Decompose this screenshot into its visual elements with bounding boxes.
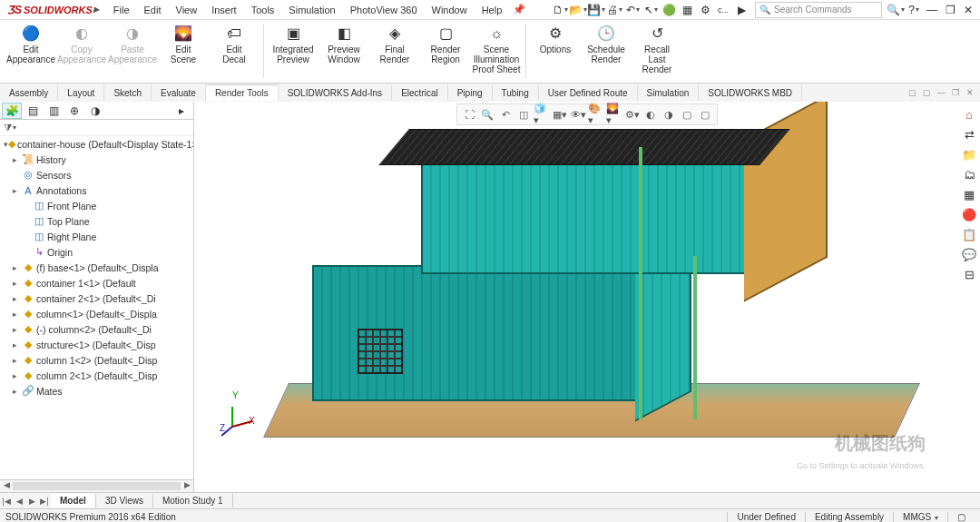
doc-min-icon[interactable]: — [935,86,947,99]
edit-decal-button[interactable]: 🏷EditDecal [209,22,260,80]
menu-help[interactable]: Help [475,2,510,18]
tree-item[interactable]: ▸◆column 2<1> (Default<_Disp [0,368,193,383]
doc-close-icon[interactable]: ✕ [964,86,976,99]
print-icon[interactable]: 🖨▾ [606,2,622,18]
tab-simulation[interactable]: Simulation [638,85,700,101]
view-palette-icon[interactable]: ▦ [960,185,978,203]
toggle-icon[interactable]: ▸ [13,387,22,396]
scroll-thumb[interactable] [13,482,181,490]
scroll-left-icon[interactable]: ◀ [0,480,13,492]
filter-row[interactable]: ⧩▾ [0,120,193,136]
save-icon[interactable]: 💾▾ [588,2,604,18]
menu-edit[interactable]: Edit [137,2,169,18]
status-units[interactable]: MMGS ▾ [893,512,947,522]
toggle-icon[interactable]: ▸ [13,340,22,350]
doc-icon[interactable]: ▢ [906,86,918,99]
tree-item[interactable]: ↳Origin [0,244,193,260]
tree-item[interactable]: ▸◆(f) base<1> (Default<_Displa [0,260,193,275]
tab-render-tools[interactable]: Render Tools [206,84,279,101]
toggle-icon[interactable]: ▸ [13,186,22,195]
toggle-icon[interactable]: ▸ [13,310,22,319]
custom-props-icon[interactable]: 📋 [960,225,978,243]
new-icon[interactable]: 🗋▾ [552,2,568,18]
final-render-button[interactable]: ◈FinalRender [369,22,420,80]
menu-window[interactable]: Window [425,2,475,18]
paste-appearance-button[interactable]: ◑PasteAppearance [107,22,158,80]
copy-appearance-button[interactable]: ◐CopyAppearance [56,22,107,80]
doc-tab-model[interactable]: Model [51,494,96,507]
tree-item[interactable]: ▸◆structure<1> (Default<_Disp [0,337,193,352]
tab-tubing[interactable]: Tubing [493,85,539,101]
tab-electrical[interactable]: Electrical [392,85,448,101]
fm-tab-dim-icon[interactable]: ⊕ [64,103,84,119]
options-button[interactable]: ⚙Options [530,22,581,80]
tree-item[interactable]: ▸◆column<1> (Default<_Displa [0,306,193,321]
status-extra-icon[interactable]: ▢ [947,512,975,522]
toggle-icon[interactable]: ▸ [13,263,22,272]
tab-mbd[interactable]: SOLIDWORKS MBD [699,85,802,101]
doc-tab-3dviews[interactable]: 3D Views [96,494,153,507]
doc-tab-right-icon[interactable]: ▶ [25,497,38,506]
edit-appearance-button[interactable]: 🔵EditAppearance [5,22,56,80]
doc-tab-prev-icon[interactable]: |◀ [0,497,13,506]
play-icon[interactable]: ▶ [733,2,750,18]
toggle-icon[interactable]: ▸ [13,279,22,288]
tree-item[interactable]: ▸🔗Mates [0,383,193,399]
tab-evaluate[interactable]: Evaluate [152,85,206,101]
tree-item[interactable]: ▸AAnnotations [0,182,193,198]
scroll-right-icon[interactable]: ▶ [181,480,193,492]
doc-tab-motion[interactable]: Motion Study 1 [153,494,233,507]
scene-illum-button[interactable]: ☼SceneIlluminationProof Sheet [471,22,522,80]
close-icon[interactable]: ✕ [960,2,976,18]
tree-item[interactable]: ◫Right Plane [0,229,193,244]
edit-scene-button[interactable]: 🌄EditScene [158,22,209,80]
more-icon[interactable]: ⊟ [960,265,978,283]
fm-tab-config-icon[interactable]: ▥ [44,103,64,119]
chevron-right-icon[interactable]: ▶ [93,5,99,14]
tree-item[interactable]: ▸◆column 1<2> (Default<_Disp [0,352,193,368]
restore-icon[interactable]: ❐ [942,2,958,18]
tree-item[interactable]: ▸◆(-) column<2> (Default<_Di [0,321,193,337]
undo-icon[interactable]: ↶▾ [624,2,641,18]
3d-viewport[interactable]: ⛶ 🔍 ↶ ◫ 🧊▾ ▦▾ 👁▾ 🎨▾ 🌄▾ ⚙▾ ◐ ◑ ▢ ▢ ⌂ ⇄ 📁 … [194,102,980,492]
schedule-render-button[interactable]: 🕒ScheduleRender [581,22,632,80]
appearances-icon[interactable]: 🔴 [960,205,978,223]
tab-addins[interactable]: SOLIDWORKS Add-Ins [279,85,392,101]
options-icon[interactable]: ▦ [679,2,695,18]
doc-max-icon[interactable]: ❐ [949,86,962,99]
recall-last-button[interactable]: ↺RecallLastRender [632,22,682,80]
shortcut-text[interactable]: c... [715,2,731,18]
doc-tab-left-icon[interactable]: ◀ [13,497,25,506]
select-icon[interactable]: ↖▾ [642,2,659,18]
doc-icon2[interactable]: ▢ [920,86,933,99]
menu-file[interactable]: File [106,2,137,18]
tree-item[interactable]: ▸◆container 1<1> (Default [0,275,193,291]
h-scrollbar[interactable]: ◀ ▶ [0,479,193,492]
tab-sketch[interactable]: Sketch [104,85,152,101]
search-commands-input[interactable]: 🔍 Search Commands [755,2,882,18]
tree-item[interactable]: ◫Top Plane [0,213,193,229]
forum-icon[interactable]: 💬 [960,245,978,263]
tab-udr[interactable]: User Defined Route [539,85,638,101]
tab-layout[interactable]: Layout [58,85,104,101]
minimize-icon[interactable]: — [924,2,940,18]
open-icon[interactable]: 📂▾ [570,2,586,18]
render-region-button[interactable]: ▢RenderRegion [420,22,471,80]
preview-window-button[interactable]: ◧PreviewWindow [318,22,369,80]
menu-simulation[interactable]: Simulation [281,2,342,18]
home-icon[interactable]: ⌂ [960,105,978,123]
menu-photoview[interactable]: PhotoView 360 [343,2,425,18]
toggle-icon[interactable]: ▸ [13,155,22,164]
toggle-icon[interactable]: ▸ [13,294,22,303]
resources-icon[interactable]: ⇄ [960,125,978,143]
tree-item[interactable]: ▸◆container 2<1> (Default<_Di [0,291,193,306]
toggle-icon[interactable]: ▸ [13,371,22,380]
library-icon[interactable]: 📁 [960,145,978,163]
menu-tools[interactable]: Tools [244,2,282,18]
gear-icon[interactable]: ⚙ [697,2,713,18]
tree-item[interactable]: ▸📜History [0,152,193,167]
toggle-icon[interactable]: ▸ [13,325,22,334]
tab-assembly[interactable]: Assembly [0,85,58,101]
tab-piping[interactable]: Piping [448,85,493,101]
explorer-icon[interactable]: 🗂 [960,165,978,183]
